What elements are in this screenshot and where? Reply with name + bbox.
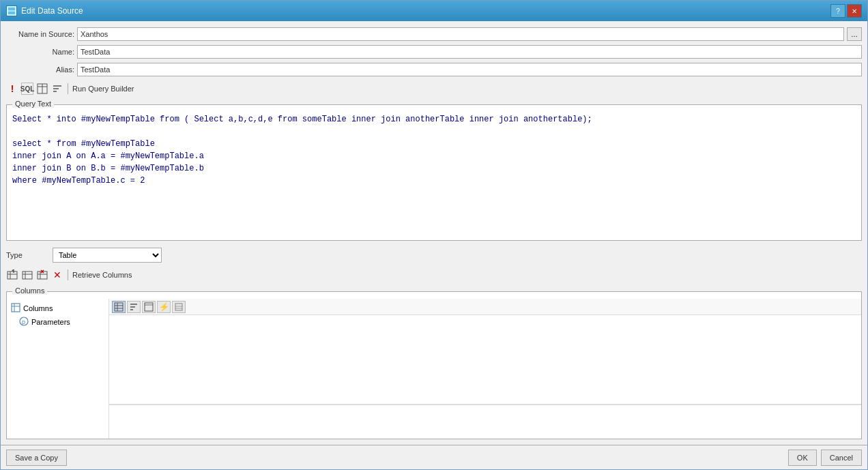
parameters-tree-icon: p	[19, 317, 29, 327]
save-copy-button[interactable]: Save a Copy	[6, 450, 67, 466]
footer-right: OK Cancel	[788, 450, 862, 466]
svg-rect-16	[38, 271, 47, 279]
help-button[interactable]: ?	[830, 4, 845, 18]
retrieve-cancel-icon[interactable]: ✕	[51, 269, 63, 281]
columns-section-title: Columns	[12, 287, 47, 295]
footer-left: Save a Copy	[6, 450, 67, 466]
cancel-button[interactable]: Cancel	[821, 450, 862, 466]
sort-icon[interactable]	[51, 83, 63, 95]
main-window: Edit Data Source ? ✕ Name in Source: … N…	[0, 0, 868, 470]
columns-label: Columns	[23, 304, 53, 312]
tree-item-columns[interactable]: Columns	[10, 302, 106, 315]
retrieve-separator	[68, 269, 68, 280]
col-list-view-icon[interactable]	[142, 301, 156, 313]
bottom-panel	[109, 405, 861, 439]
toolbar-separator-1	[68, 83, 68, 94]
columns-grid-toolbar: ⚡	[109, 299, 861, 315]
main-toolbar: ! SQL Run Query Builder	[6, 81, 862, 96]
query-text-label: Query Text	[12, 100, 54, 108]
name-input[interactable]	[77, 45, 862, 59]
name-in-source-browse-button[interactable]: …	[847, 27, 862, 41]
main-content: Name in Source: … Name: Alias: ! SQL	[1, 21, 867, 445]
col-sort-icon[interactable]	[127, 301, 141, 313]
alias-input[interactable]	[77, 63, 862, 76]
name-in-source-label: Name in Source:	[6, 30, 74, 38]
col-filter-icon[interactable]	[172, 301, 186, 313]
alias-label: Alias:	[6, 65, 74, 74]
query-text-section: Query Text Select * into #myNewTempTable…	[6, 104, 862, 241]
parameters-label: Parameters	[31, 318, 70, 326]
columns-main: ⚡	[109, 299, 861, 439]
columns-tree-icon	[11, 303, 20, 314]
type-select[interactable]: Table View StoredProcedure	[53, 248, 162, 263]
svg-rect-13	[23, 271, 32, 279]
retrieve-toolbar: ✕ Retrieve Columns	[6, 267, 862, 283]
app-icon	[6, 5, 17, 16]
alias-row: Alias:	[6, 62, 862, 77]
retrieve-delete-icon[interactable]	[36, 269, 48, 281]
table-view-icon[interactable]	[36, 83, 48, 95]
window-title: Edit Data Source	[21, 6, 83, 16]
ok-button[interactable]: OK	[788, 450, 817, 466]
svg-rect-8	[8, 271, 17, 279]
sql-icon[interactable]: SQL	[21, 83, 33, 95]
title-bar-left: Edit Data Source	[6, 5, 83, 16]
svg-rect-21	[12, 304, 20, 312]
type-label: Type	[6, 251, 47, 259]
retrieve-columns-label[interactable]: Retrieve Columns	[72, 271, 132, 279]
retrieve-edit-icon[interactable]	[21, 269, 33, 281]
col-grid-view-icon[interactable]	[112, 301, 126, 313]
svg-text:p: p	[22, 319, 25, 325]
query-editor[interactable]: Select * into #myNewTempTable from ( Sel…	[7, 105, 861, 240]
svg-rect-33	[145, 303, 153, 311]
title-bar-buttons: ? ✕	[830, 4, 862, 18]
columns-layout: Columns p Parameters	[7, 292, 861, 439]
run-query-builder-label[interactable]: Run Query Builder	[72, 85, 134, 93]
name-in-source-row: Name in Source: …	[6, 27, 862, 42]
footer: Save a Copy OK Cancel	[1, 445, 867, 469]
type-row: Type Table View StoredProcedure	[6, 246, 862, 264]
close-button[interactable]: ✕	[847, 4, 862, 18]
tree-item-parameters[interactable]: p Parameters	[10, 315, 106, 329]
name-in-source-input[interactable]	[77, 27, 844, 41]
columns-grid-area	[109, 315, 861, 405]
retrieve-add-icon[interactable]	[6, 269, 18, 281]
error-icon: !	[6, 83, 18, 95]
columns-tree: Columns p Parameters	[7, 299, 109, 439]
col-lightning-icon[interactable]: ⚡	[157, 301, 171, 313]
svg-rect-35	[175, 304, 182, 310]
name-label: Name:	[6, 48, 74, 56]
name-row: Name:	[6, 44, 862, 59]
title-bar: Edit Data Source ? ✕	[1, 1, 867, 21]
svg-rect-26	[115, 303, 123, 311]
columns-section: Columns Columns	[6, 291, 862, 439]
